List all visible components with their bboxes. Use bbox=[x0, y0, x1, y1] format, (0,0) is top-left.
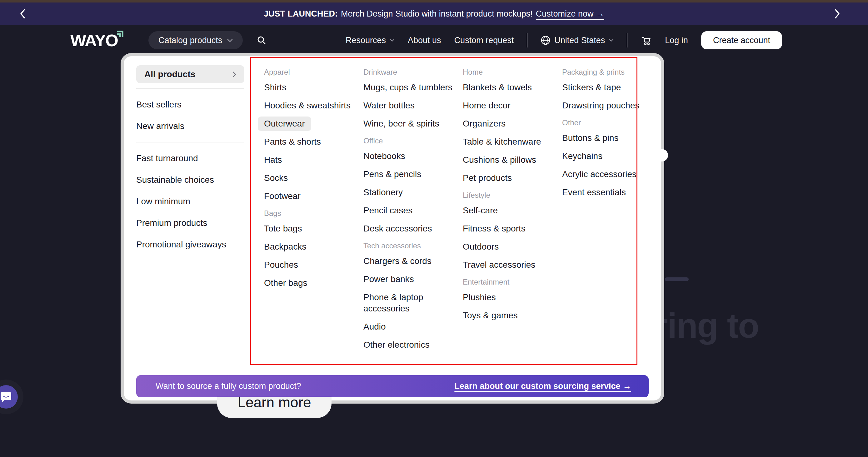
sidebar-group-2: Fast turnaroundSustainable choicesLow mi… bbox=[136, 153, 244, 250]
chevron-down-icon bbox=[390, 39, 395, 42]
learn-more-label: Learn more bbox=[217, 397, 332, 412]
logo[interactable]: WAYO bbox=[70, 31, 123, 50]
sidebar-item[interactable]: Sustainable choices bbox=[136, 174, 244, 186]
nav-custom-label: Custom request bbox=[454, 36, 514, 45]
sidebar-item[interactable]: Promotional giveaways bbox=[136, 239, 244, 250]
hero-dash bbox=[665, 278, 689, 281]
chevron-right-icon bbox=[232, 71, 236, 77]
header-divider bbox=[527, 33, 527, 47]
search-icon bbox=[256, 35, 267, 45]
promo-banner: JUST LAUNCHED: Merch Design Studio with … bbox=[0, 2, 868, 25]
all-products-label: All products bbox=[144, 69, 195, 79]
cart-button[interactable] bbox=[641, 35, 652, 45]
window-top-strip bbox=[0, 0, 868, 2]
nav-custom-request[interactable]: Custom request bbox=[454, 36, 514, 45]
mega-menu-sidebar: All products Best sellersNew arrivals Fa… bbox=[136, 56, 244, 250]
learn-more-button[interactable]: Learn more bbox=[217, 397, 332, 418]
banner-message: Merch Design Studio with instant product… bbox=[341, 9, 533, 19]
header-divider bbox=[627, 33, 627, 47]
logo-text: WAYO bbox=[70, 31, 118, 50]
banner-prev-button[interactable] bbox=[15, 2, 31, 25]
chevron-down-icon bbox=[609, 39, 614, 42]
search-button[interactable] bbox=[256, 35, 267, 45]
cta-sourcing-link[interactable]: Learn about our custom sourcing service … bbox=[454, 382, 631, 391]
region-label: United States bbox=[554, 36, 605, 45]
sidebar-divider bbox=[136, 142, 244, 142]
banner-cta-link[interactable]: Customize now → bbox=[536, 9, 604, 19]
region-selector[interactable]: United States bbox=[540, 35, 614, 45]
chevron-down-icon bbox=[227, 39, 233, 42]
banner-next-button[interactable] bbox=[829, 2, 845, 25]
cta-question: Want to source a fully custom product? bbox=[156, 382, 301, 391]
logo-arrow-icon bbox=[116, 30, 124, 38]
custom-sourcing-cta: Want to source a fully custom product? L… bbox=[136, 375, 649, 397]
sidebar-item[interactable]: New arrivals bbox=[136, 121, 244, 132]
cart-icon bbox=[641, 35, 652, 45]
nav-about-label: About us bbox=[408, 36, 441, 45]
sidebar-item[interactable]: Fast turnaround bbox=[136, 153, 244, 164]
catalog-products-label: Catalog products bbox=[158, 36, 222, 45]
chat-icon bbox=[0, 391, 12, 403]
sidebar-divider bbox=[136, 88, 244, 89]
nav-resources[interactable]: Resources bbox=[346, 36, 395, 45]
chevron-left-icon bbox=[19, 8, 26, 19]
sidebar-item[interactable]: Premium products bbox=[136, 218, 244, 229]
sidebar-group-1: Best sellersNew arrivals bbox=[136, 99, 244, 132]
chat-widget-button[interactable] bbox=[0, 385, 18, 409]
catalog-products-button[interactable]: Catalog products bbox=[148, 31, 243, 50]
login-link[interactable]: Log in bbox=[665, 36, 688, 45]
banner-badge: JUST LAUNCHED: bbox=[264, 9, 338, 19]
nav-about-us[interactable]: About us bbox=[408, 36, 441, 45]
create-account-button[interactable]: Create account bbox=[701, 31, 782, 50]
nav-resources-label: Resources bbox=[346, 36, 386, 45]
panel-edge-bump bbox=[655, 149, 668, 162]
sidebar-item-all-products[interactable]: All products bbox=[136, 65, 244, 83]
login-label: Log in bbox=[665, 36, 688, 45]
hero-text-fragment: ring to bbox=[654, 305, 758, 346]
chevron-right-icon bbox=[834, 8, 840, 19]
globe-icon bbox=[540, 35, 551, 45]
site-header: WAYO Catalog products Resources bbox=[0, 25, 868, 56]
sidebar-item[interactable]: Low minimum bbox=[136, 196, 244, 207]
annotation-rectangle bbox=[250, 57, 638, 365]
sidebar-item[interactable]: Best sellers bbox=[136, 99, 244, 110]
